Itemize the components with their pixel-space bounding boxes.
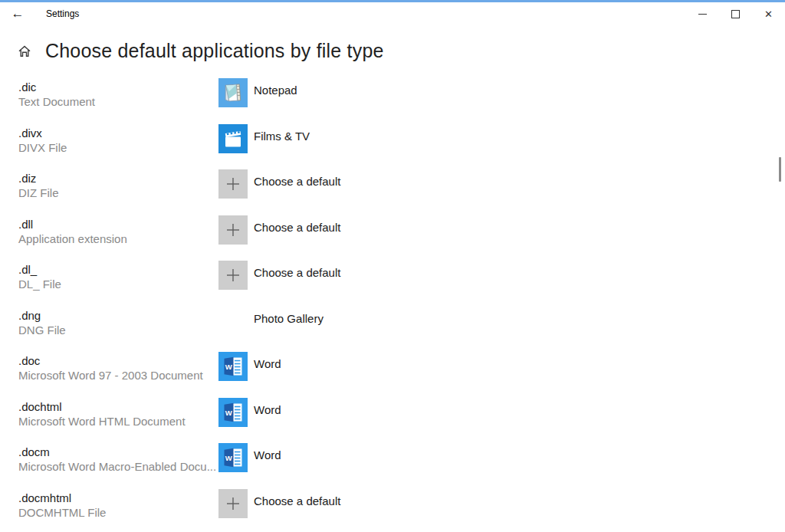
file-extension-label: .diz [18, 172, 36, 185]
notepad-icon [218, 78, 248, 107]
file-extension-label: .docmhtml [18, 491, 71, 504]
plus-icon [218, 489, 248, 518]
file-type-row: .dic Text Document [0, 77, 785, 123]
file-type-row: .docmhtml DOCMHTML File [0, 488, 785, 532]
file-type-row: .docm Microsoft Word Macro-Enabled Docu.… [0, 442, 785, 488]
window-controls: ✕ [686, 2, 785, 25]
scrollbar-thumb[interactable] [779, 157, 781, 182]
file-type-row: .dll Application extension [0, 214, 785, 260]
file-type-description: DIVX File [18, 141, 67, 154]
word-letter: W [225, 408, 232, 416]
close-icon: ✕ [764, 9, 773, 19]
file-type-description: Text Document [18, 95, 95, 108]
default-app-label: Word [254, 357, 281, 370]
default-app-label: Notepad [254, 84, 297, 97]
close-button[interactable]: ✕ [752, 2, 785, 25]
word-icon: W [218, 443, 248, 472]
file-type-row: .divx DIVX File [0, 123, 785, 169]
titlebar: ← Settings ✕ [0, 2, 785, 25]
default-app-label: Choose a default [254, 266, 340, 279]
plus-icon [218, 215, 248, 245]
file-type-row: .dl_ DL_ File [0, 259, 785, 305]
file-extension-label: .dic [18, 80, 36, 94]
file-extension-label: .dng [18, 309, 41, 322]
file-type-row: .dng DNG File [0, 305, 785, 351]
file-type-row: .diz DIZ File [0, 168, 785, 214]
page-header: Choose default applications by file type [0, 25, 785, 71]
default-app-label: Word [254, 403, 281, 416]
file-extension-label: .dl_ [18, 263, 37, 276]
file-type-description: DOCMHTML File [18, 506, 106, 519]
word-icon: W [218, 398, 248, 427]
back-button[interactable]: ← [5, 2, 31, 25]
file-type-description: Application extension [18, 232, 127, 245]
window-title: Settings [46, 2, 79, 25]
films-tv-icon [218, 124, 248, 153]
file-type-description: Microsoft Word 97 - 2003 Document [18, 369, 203, 382]
file-type-row: .doc Microsoft Word 97 - 2003 Document [0, 350, 785, 396]
file-type-description: Microsoft Word Macro-Enabled Docu... [18, 460, 216, 473]
plus-icon [218, 261, 248, 290]
file-type-list: .dic Text Document [0, 77, 785, 532]
page-title: Choose default applications by file type [45, 40, 384, 62]
default-app-label: Choose a default [254, 221, 340, 234]
file-type-row: .dochtml Microsoft Word HTML Document [0, 396, 785, 442]
plus-icon [218, 169, 248, 199]
word-letter: W [225, 363, 232, 371]
default-app-label: Choose a default [254, 175, 340, 188]
maximize-button[interactable] [719, 2, 752, 25]
home-icon [18, 44, 31, 58]
file-type-description: DL_ File [18, 277, 61, 291]
file-extension-label: .divx [18, 126, 42, 140]
default-app-label: Choose a default [254, 494, 340, 507]
word-icon: W [218, 352, 248, 381]
default-app-label: Word [254, 448, 281, 461]
minimize-icon [698, 14, 707, 15]
word-letter: W [225, 454, 232, 462]
file-type-description: DIZ File [18, 186, 59, 199]
maximize-icon [731, 10, 740, 18]
default-app-label: Films & TV [254, 130, 310, 143]
file-type-description: Microsoft Word HTML Document [18, 415, 186, 428]
file-extension-label: .docm [18, 445, 50, 458]
file-extension-label: .dll [18, 218, 33, 231]
file-type-description: DNG File [18, 323, 66, 337]
file-extension-label: .dochtml [18, 400, 62, 413]
minimize-button[interactable] [686, 2, 719, 25]
default-app-label: Photo Gallery [254, 312, 324, 325]
file-extension-label: .doc [18, 354, 40, 367]
